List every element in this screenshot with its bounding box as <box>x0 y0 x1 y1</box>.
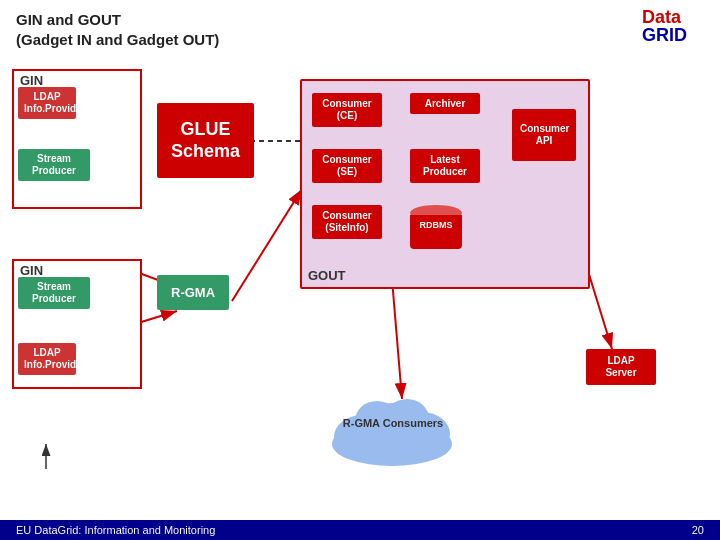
header: GIN and GOUT (Gadget IN and Gadget OUT) … <box>0 0 720 55</box>
gout-box: GOUT Consumer (CE) Consumer (SE) Consume… <box>300 79 590 289</box>
ldap-lower-box: LDAP Info.Provider <box>18 343 76 375</box>
rdbms-shape: RDBMS <box>410 205 462 249</box>
stream-upper-box: Stream Producer <box>18 149 90 181</box>
page-title: GIN and GOUT (Gadget IN and Gadget OUT) <box>16 10 704 49</box>
cloud-container: R-GMA Consumers <box>322 389 462 472</box>
consumer-ce-box: Consumer (CE) <box>312 93 382 127</box>
stream-lower-box: Stream Producer <box>18 277 90 309</box>
svg-line-6 <box>232 189 302 301</box>
latest-producer-box: Latest Producer <box>410 149 480 183</box>
diagram: GIN LDAP Info.Provider Stream Producer G… <box>12 59 708 519</box>
footer: EU DataGrid: Information and Monitoring … <box>0 520 720 540</box>
consumer-api-box: Consumer API <box>512 109 576 161</box>
logo: Data GRID <box>642 8 704 50</box>
footer-page: 20 <box>692 524 704 536</box>
gin-box-lower: GIN Stream Producer LDAP Info.Provider <box>12 259 142 389</box>
footer-text: EU DataGrid: Information and Monitoring <box>16 524 215 536</box>
ldap-server-box: LDAP Server <box>586 349 656 385</box>
ldap-upper-box: LDAP Info.Provider <box>18 87 76 119</box>
gin-box-upper: GIN LDAP Info.Provider Stream Producer <box>12 69 142 209</box>
consumer-siteinfo-box: Consumer (SiteInfo) <box>312 205 382 239</box>
consumer-se-box: Consumer (SE) <box>312 149 382 183</box>
gin-upper-label: GIN <box>20 73 43 88</box>
cloud-svg <box>322 389 462 469</box>
gout-label: GOUT <box>308 268 346 283</box>
gin-lower-label: GIN <box>20 263 43 278</box>
archiver-box: Archiver <box>410 93 480 114</box>
cloud-label: R-GMA Consumers <box>338 417 448 429</box>
svg-line-9 <box>392 279 402 399</box>
rdbms-label: RDBMS <box>410 221 462 230</box>
rgma-box: R-GMA <box>157 275 229 310</box>
glue-schema-box: GLUE Schema <box>157 103 254 178</box>
